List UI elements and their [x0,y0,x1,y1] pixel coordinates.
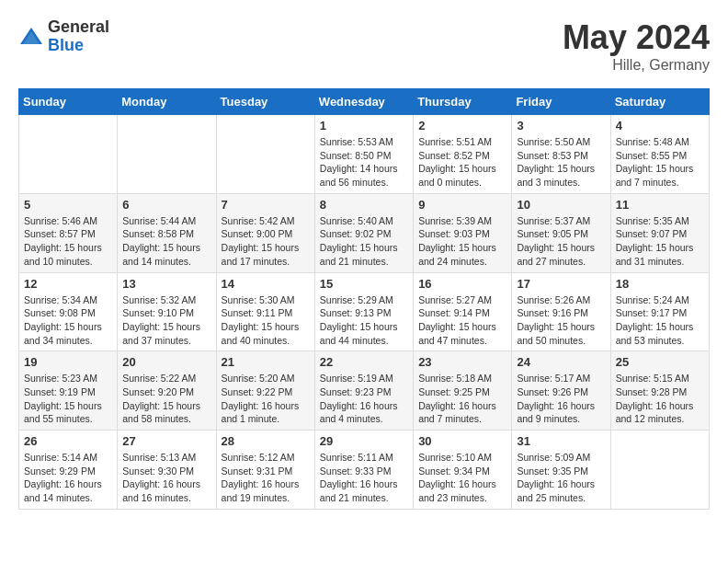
day-number: 7 [222,198,310,212]
calendar-cell: 20Sunrise: 5:22 AM Sunset: 9:20 PM Dayli… [118,351,216,431]
calendar-cell: 6Sunrise: 5:44 AM Sunset: 8:58 PM Daylig… [118,193,216,272]
day-number: 27 [122,434,210,448]
cell-info: Sunrise: 5:19 AM Sunset: 9:23 PM Dayligh… [320,372,408,426]
day-number: 30 [418,434,506,448]
calendar-cell: 18Sunrise: 5:24 AM Sunset: 9:17 PM Dayli… [610,272,709,351]
calendar-cell: 31Sunrise: 5:09 AM Sunset: 9:35 PM Dayli… [512,431,610,510]
calendar-cell: 19Sunrise: 5:23 AM Sunset: 9:19 PM Dayli… [19,351,118,431]
day-number: 24 [517,355,605,369]
calendar-cell: 25Sunrise: 5:15 AM Sunset: 9:28 PM Dayli… [610,351,709,431]
cell-info: Sunrise: 5:13 AM Sunset: 9:30 PM Dayligh… [122,451,210,505]
day-number: 5 [24,198,112,212]
logo: General Blue [18,18,109,55]
calendar-cell: 22Sunrise: 5:19 AM Sunset: 9:23 PM Dayli… [314,351,413,431]
calendar-cell [216,115,314,194]
weekday-header-monday: Monday [118,89,216,115]
cell-info: Sunrise: 5:24 AM Sunset: 9:17 PM Dayligh… [616,293,704,348]
calendar: SundayMondayTuesdayWednesdayThursdayFrid… [18,88,710,510]
logo-icon [18,24,44,50]
weekday-header-saturday: Saturday [610,89,709,115]
cell-info: Sunrise: 5:37 AM Sunset: 9:05 PM Dayligh… [517,214,605,269]
week-row-4: 19Sunrise: 5:23 AM Sunset: 9:19 PM Dayli… [19,351,710,431]
cell-info: Sunrise: 5:42 AM Sunset: 9:00 PM Dayligh… [222,214,310,269]
weekday-header-friday: Friday [512,89,610,115]
cell-info: Sunrise: 5:17 AM Sunset: 9:26 PM Dayligh… [517,372,605,426]
day-number: 13 [122,277,210,291]
cell-info: Sunrise: 5:22 AM Sunset: 9:20 PM Dayligh… [122,372,210,426]
logo-general: General [48,18,109,37]
cell-info: Sunrise: 5:11 AM Sunset: 9:33 PM Dayligh… [320,451,408,505]
weekday-header-tuesday: Tuesday [216,89,314,115]
cell-info: Sunrise: 5:12 AM Sunset: 9:31 PM Dayligh… [222,451,310,505]
calendar-cell: 30Sunrise: 5:10 AM Sunset: 9:34 PM Dayli… [414,431,512,510]
calendar-cell: 4Sunrise: 5:48 AM Sunset: 8:55 PM Daylig… [610,115,709,194]
cell-info: Sunrise: 5:32 AM Sunset: 9:10 PM Dayligh… [122,293,210,348]
cell-info: Sunrise: 5:26 AM Sunset: 9:16 PM Dayligh… [517,293,605,348]
day-number: 20 [122,355,210,369]
title-block: May 2024 Hille, Germany [563,18,710,74]
calendar-cell: 11Sunrise: 5:35 AM Sunset: 9:07 PM Dayli… [610,193,709,272]
day-number: 8 [320,198,408,212]
day-number: 19 [24,355,112,369]
calendar-cell: 8Sunrise: 5:40 AM Sunset: 9:02 PM Daylig… [314,193,413,272]
day-number: 18 [616,277,704,291]
week-row-1: 1Sunrise: 5:53 AM Sunset: 8:50 PM Daylig… [19,115,710,194]
calendar-cell: 14Sunrise: 5:30 AM Sunset: 9:11 PM Dayli… [216,272,314,351]
calendar-cell: 2Sunrise: 5:51 AM Sunset: 8:52 PM Daylig… [414,115,512,194]
cell-info: Sunrise: 5:18 AM Sunset: 9:25 PM Dayligh… [418,372,506,426]
day-number: 25 [616,355,704,369]
day-number: 29 [320,434,408,448]
cell-info: Sunrise: 5:51 AM Sunset: 8:52 PM Dayligh… [418,135,506,190]
week-row-2: 5Sunrise: 5:46 AM Sunset: 8:57 PM Daylig… [19,193,710,272]
cell-info: Sunrise: 5:23 AM Sunset: 9:19 PM Dayligh… [24,372,112,426]
day-number: 2 [418,119,506,132]
calendar-cell [19,115,118,194]
calendar-cell: 10Sunrise: 5:37 AM Sunset: 9:05 PM Dayli… [512,193,610,272]
weekday-header-sunday: Sunday [19,89,118,115]
cell-info: Sunrise: 5:40 AM Sunset: 9:02 PM Dayligh… [320,214,408,269]
cell-info: Sunrise: 5:44 AM Sunset: 8:58 PM Dayligh… [122,214,210,269]
cell-info: Sunrise: 5:14 AM Sunset: 9:29 PM Dayligh… [24,451,112,505]
calendar-cell: 12Sunrise: 5:34 AM Sunset: 9:08 PM Dayli… [19,272,118,351]
cell-info: Sunrise: 5:30 AM Sunset: 9:11 PM Dayligh… [222,293,310,348]
weekday-header-row: SundayMondayTuesdayWednesdayThursdayFrid… [19,89,710,115]
day-number: 23 [418,355,506,369]
calendar-cell: 23Sunrise: 5:18 AM Sunset: 9:25 PM Dayli… [414,351,512,431]
cell-info: Sunrise: 5:48 AM Sunset: 8:55 PM Dayligh… [616,135,704,190]
logo-blue: Blue [48,37,109,55]
calendar-cell [118,115,216,194]
day-number: 1 [320,119,408,132]
calendar-cell: 16Sunrise: 5:27 AM Sunset: 9:14 PM Dayli… [414,272,512,351]
calendar-cell: 9Sunrise: 5:39 AM Sunset: 9:03 PM Daylig… [414,193,512,272]
weekday-header-thursday: Thursday [414,89,512,115]
day-number: 12 [24,277,112,291]
day-number: 31 [517,434,605,448]
location-title: Hille, Germany [563,57,710,74]
day-number: 9 [418,198,506,212]
cell-info: Sunrise: 5:10 AM Sunset: 9:34 PM Dayligh… [418,451,506,505]
day-number: 17 [517,277,605,291]
calendar-cell: 24Sunrise: 5:17 AM Sunset: 9:26 PM Dayli… [512,351,610,431]
calendar-cell: 21Sunrise: 5:20 AM Sunset: 9:22 PM Dayli… [216,351,314,431]
cell-info: Sunrise: 5:09 AM Sunset: 9:35 PM Dayligh… [517,451,605,505]
cell-info: Sunrise: 5:39 AM Sunset: 9:03 PM Dayligh… [418,214,506,269]
day-number: 10 [517,198,605,212]
cell-info: Sunrise: 5:29 AM Sunset: 9:13 PM Dayligh… [320,293,408,348]
calendar-cell: 3Sunrise: 5:50 AM Sunset: 8:53 PM Daylig… [512,115,610,194]
cell-info: Sunrise: 5:53 AM Sunset: 8:50 PM Dayligh… [320,135,408,190]
cell-info: Sunrise: 5:34 AM Sunset: 9:08 PM Dayligh… [24,293,112,348]
week-row-5: 26Sunrise: 5:14 AM Sunset: 9:29 PM Dayli… [19,431,710,510]
week-row-3: 12Sunrise: 5:34 AM Sunset: 9:08 PM Dayli… [19,272,710,351]
cell-info: Sunrise: 5:50 AM Sunset: 8:53 PM Dayligh… [517,135,605,190]
weekday-header-wednesday: Wednesday [314,89,413,115]
logo-text: General Blue [48,18,109,55]
day-number: 28 [222,434,310,448]
cell-info: Sunrise: 5:27 AM Sunset: 9:14 PM Dayligh… [418,293,506,348]
day-number: 22 [320,355,408,369]
calendar-cell [610,431,709,510]
day-number: 16 [418,277,506,291]
day-number: 3 [517,119,605,132]
calendar-cell: 27Sunrise: 5:13 AM Sunset: 9:30 PM Dayli… [118,431,216,510]
day-number: 15 [320,277,408,291]
day-number: 6 [122,198,210,212]
